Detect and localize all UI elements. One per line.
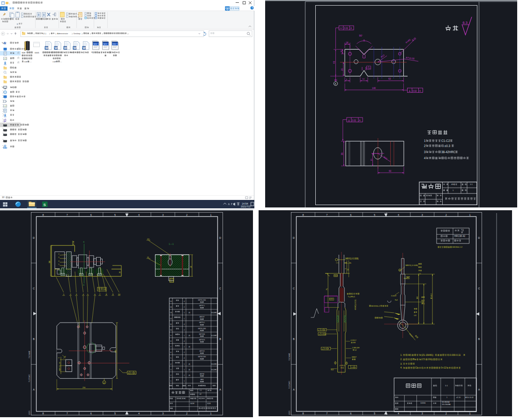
svg-text:4: 4: [424, 156, 426, 160]
svg-text:Φ10: Φ10: [341, 367, 344, 369]
svg-text:5: 5: [374, 214, 375, 216]
svg-text:3: 3: [422, 214, 423, 216]
svg-text:M8X1(-0.008): M8X1(-0.008): [345, 258, 359, 260]
svg-text:1: 1: [184, 318, 185, 320]
svg-text:3.: 3.: [401, 362, 402, 365]
svg-text:12: 12: [103, 287, 106, 290]
svg-text:38-44HRC: 38-44HRC: [211, 312, 217, 314]
svg-text:30CrMnSiA: 30CrMnSiA: [442, 401, 450, 403]
svg-text:C1-C2: C1-C2: [441, 139, 450, 142]
svg-text:3: 3: [162, 214, 163, 216]
svg-text:0.8: 0.8: [414, 315, 416, 317]
svg-text:D: D: [293, 236, 295, 239]
svg-text:45: 45: [188, 312, 190, 314]
svg-text:40-45HRC: 40-45HRC: [211, 335, 217, 337]
svg-text:Ra3: Ra3: [395, 299, 398, 301]
svg-text:X52K: X52K: [207, 403, 211, 405]
svg-text:A110-10-02: A110-10-02: [465, 397, 474, 398]
svg-text:40: 40: [333, 61, 335, 64]
svg-text:A: A: [33, 388, 35, 391]
svg-text:6: 6: [90, 412, 92, 415]
svg-text:2: 2: [184, 375, 185, 376]
svg-text:1:1: 1:1: [200, 390, 202, 391]
svg-text:W: W: [45, 46, 49, 50]
svg-text:1:1: 1:1: [445, 384, 448, 387]
svg-text:45: 45: [188, 363, 190, 365]
svg-text:6: 6: [90, 214, 92, 216]
svg-text:…: …: [30, 60, 31, 63]
svg-text:4: 4: [369, 67, 370, 69]
svg-text:C: C: [33, 287, 35, 290]
svg-text:3: 3: [162, 412, 163, 415]
svg-text:2: 2: [184, 306, 185, 308]
svg-text:10: 10: [340, 50, 342, 52]
svg-text:8: 8: [43, 214, 44, 216]
svg-text:9: 9: [171, 335, 171, 337]
svg-text:0.02: 0.02: [344, 27, 348, 29]
svg-text:45: 45: [451, 183, 453, 185]
svg-text:D: D: [219, 236, 221, 239]
svg-text:7: 7: [67, 412, 68, 415]
svg-text:115±0.2: 115±0.2: [431, 294, 432, 299]
svg-text:Ra3: Ra3: [334, 275, 337, 277]
svg-text:12: 12: [355, 349, 357, 351]
svg-text:1: 1: [171, 380, 171, 382]
svg-text:cad: cad: [52, 60, 56, 63]
svg-text:B: B: [478, 338, 480, 340]
svg-text:D: D: [33, 236, 35, 239]
svg-text:B: B: [293, 338, 295, 340]
svg-text:75: 75: [326, 288, 328, 290]
svg-text:110: 110: [49, 260, 51, 263]
svg-text:(Z1-19A81): (Z1-19A81): [422, 354, 434, 356]
svg-text:2: 2: [446, 214, 447, 216]
svg-text:GB/T2206: GB/T2206: [199, 333, 205, 335]
svg-text:4J: 4J: [200, 393, 201, 395]
svg-text:6.35: 6.35: [330, 298, 333, 300]
svg-text:4: 4: [171, 363, 171, 365]
svg-text:6.3: 6.3: [461, 229, 463, 231]
svg-text:0001: 0001: [35, 52, 39, 54]
svg-text:4-Φ5.2: 4-Φ5.2: [340, 365, 345, 367]
svg-text:M8X1(-0.008): M8X1(-0.008): [405, 264, 418, 266]
svg-text:A: A: [219, 388, 221, 391]
svg-text:W: W: [83, 46, 86, 50]
svg-text:38: 38: [341, 153, 343, 155]
svg-text:(C:): (C:): [43, 32, 46, 35]
svg-text:8: 8: [302, 412, 304, 415]
svg-text:14: 14: [362, 78, 364, 80]
svg-text:A: A: [83, 241, 85, 243]
svg-text:±0.3: ±0.3: [445, 144, 451, 147]
svg-text:2: 2: [446, 412, 447, 415]
svg-text:B: B: [355, 367, 356, 368]
svg-text:GB/T70.1: GB/T70.1: [199, 322, 205, 324]
svg-text:10: 10: [428, 358, 431, 361]
svg-text:7: 7: [326, 412, 327, 415]
svg-text:2: 2: [184, 329, 185, 331]
svg-text:z2-10: z2-10: [456, 397, 461, 398]
svg-text:6.3: 6.3: [463, 21, 468, 25]
svg-text:Administrator: Administrator: [57, 32, 68, 35]
svg-text:11: 11: [170, 324, 172, 325]
svg-text:180: 180: [115, 350, 117, 353]
svg-text:5: 5: [59, 264, 59, 265]
svg-text:GB1804-C2: GB1804-C2: [452, 246, 463, 248]
svg-text:GB/T6170: GB/T6170: [199, 339, 205, 341]
svg-text:38-42HRC: 38-42HRC: [211, 363, 217, 365]
svg-text:2021/7/27: 2021/7/27: [241, 205, 251, 208]
svg-text:13: 13: [147, 238, 149, 240]
svg-text:1.: 1.: [401, 354, 402, 356]
svg-text:0.02: 0.02: [352, 119, 356, 122]
svg-text:3: 3: [59, 257, 59, 258]
svg-text:0.05: 0.05: [321, 333, 324, 335]
svg-text:Ra3: Ra3: [404, 278, 407, 280]
svg-text:FILENAME: FILENAME: [29, 351, 30, 358]
svg-text:C: C: [478, 287, 480, 290]
svg-text:2: 2: [186, 214, 187, 216]
svg-text:0.05: 0.05: [351, 367, 354, 368]
svg-text:2: 2: [184, 352, 185, 354]
svg-text:1: 1: [184, 312, 185, 314]
svg-text:C: C: [293, 287, 295, 290]
svg-text:106: 106: [416, 296, 418, 299]
svg-text:63: 63: [389, 170, 392, 172]
svg-text:90: 90: [359, 34, 362, 37]
